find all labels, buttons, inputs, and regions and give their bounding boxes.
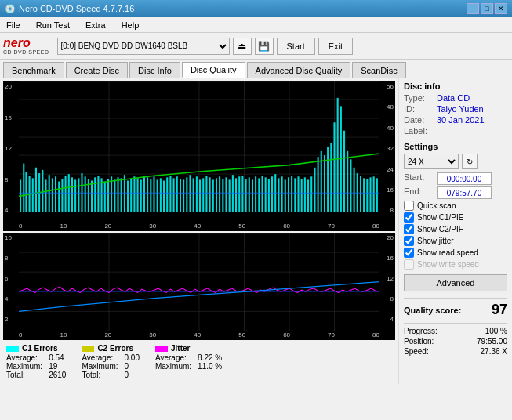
svg-rect-91 (265, 177, 267, 212)
svg-rect-59 (160, 178, 162, 212)
quality-score-section: Quality score: 97 (404, 298, 507, 318)
top-chart-x-axis: 01020304050607080 (19, 223, 379, 230)
tab-advanced-disc-quality[interactable]: Advanced Disc Quality (247, 62, 351, 78)
advanced-button[interactable]: Advanced (404, 274, 507, 291)
svg-rect-61 (166, 177, 168, 212)
eject-button[interactable]: ⏏ (233, 38, 252, 55)
show-write-speed-label: Show write speed (417, 260, 479, 269)
svg-rect-25 (49, 175, 50, 212)
start-button[interactable]: Start (277, 38, 315, 55)
speed-value: 27.36 X (481, 347, 507, 356)
svg-rect-124 (373, 176, 375, 212)
refresh-button[interactable]: ↻ (462, 154, 478, 169)
menu-file[interactable]: File (3, 19, 24, 31)
show-read-speed-row: Show read speed (404, 248, 507, 258)
svg-rect-53 (140, 179, 142, 212)
jitter-avg-label: Average: (155, 353, 191, 362)
quality-score-label: Quality score: (404, 306, 461, 315)
tab-disc-info[interactable]: Disc Info (129, 62, 180, 78)
svg-rect-43 (107, 179, 109, 212)
speed-select[interactable]: 24 X 8 X 16 X 32 X 40 X 48 X (404, 154, 459, 169)
c2-label: C2 Errors (97, 344, 133, 353)
show-write-speed-checkbox[interactable] (404, 259, 414, 270)
svg-rect-44 (111, 176, 112, 212)
svg-rect-112 (333, 122, 335, 212)
c2-stats: Average: 0.00 Maximum: 0 Total: 0 (82, 353, 140, 379)
close-button[interactable]: ✕ (495, 3, 507, 14)
svg-rect-29 (61, 179, 63, 212)
c1-avg-value: 0.54 (49, 353, 66, 362)
maximize-button[interactable]: □ (481, 3, 493, 14)
svg-rect-56 (150, 179, 151, 212)
progress-value: 100 % (485, 327, 507, 335)
svg-rect-118 (354, 168, 355, 212)
c2-total-label: Total: (82, 371, 118, 379)
svg-rect-103 (304, 177, 306, 212)
svg-rect-72 (202, 178, 204, 212)
svg-rect-93 (271, 176, 273, 212)
tab-scandisc[interactable]: ScanDisc (352, 62, 405, 78)
legend-jitter: Jitter Average: 8.22 % Maximum: 11.0 % (155, 344, 222, 379)
svg-rect-76 (216, 178, 217, 212)
device-select[interactable]: [0:0] BENQ DVD DD DW1640 BSLB (57, 38, 230, 55)
settings-section: Settings 24 X 8 X 16 X 32 X 40 X 48 X ↻ … (404, 142, 507, 291)
show-read-speed-checkbox[interactable] (404, 248, 414, 258)
tab-benchmark[interactable]: Benchmark (3, 62, 64, 78)
app-icon: 💿 (5, 4, 16, 14)
svg-rect-102 (301, 179, 303, 212)
disc-id-row: ID: Taiyo Yuden (404, 104, 507, 114)
c1-max-value: 19 (49, 362, 66, 371)
jitter-max-label: Maximum: (155, 362, 191, 371)
svg-rect-107 (318, 157, 319, 212)
menu-run-test[interactable]: Run Test (33, 19, 73, 31)
speed-label: Speed: (404, 347, 429, 356)
svg-rect-122 (366, 179, 368, 212)
svg-rect-111 (330, 143, 332, 212)
end-time-row: End: (404, 186, 507, 199)
svg-rect-95 (278, 178, 279, 212)
svg-rect-27 (55, 176, 56, 212)
progress-section: Progress: 100 % Position: 79:55.00 Speed… (404, 323, 507, 356)
svg-rect-69 (193, 178, 194, 212)
quick-scan-checkbox[interactable] (404, 201, 414, 211)
top-chart-svg (19, 81, 379, 212)
svg-rect-71 (199, 179, 201, 212)
settings-title: Settings (404, 142, 507, 151)
c1-stats: Average: 0.54 Maximum: 19 Total: 2610 (6, 353, 66, 379)
svg-rect-65 (180, 179, 181, 212)
show-write-speed-row: Show write speed (404, 259, 507, 270)
svg-rect-34 (78, 178, 79, 212)
menu-extra[interactable]: Extra (82, 19, 109, 31)
c2-max-label: Maximum: (82, 362, 118, 371)
svg-rect-104 (307, 179, 309, 212)
show-jitter-checkbox[interactable] (404, 236, 414, 246)
show-c2-checkbox[interactable] (404, 224, 414, 234)
svg-rect-46 (117, 177, 118, 212)
svg-rect-42 (104, 182, 106, 213)
svg-rect-74 (209, 177, 211, 212)
c2-total-value: 0 (125, 371, 140, 379)
svg-rect-49 (127, 180, 129, 212)
menu-help[interactable]: Help (118, 19, 143, 31)
jitter-label: Jitter (171, 344, 190, 353)
disc-label-row: Label: - (404, 126, 507, 136)
svg-rect-51 (133, 176, 135, 212)
show-c1-label: Show C1/PIE (417, 213, 463, 222)
start-time-input[interactable] (437, 172, 492, 185)
tab-create-disc[interactable]: Create Disc (66, 62, 128, 78)
svg-rect-116 (347, 151, 348, 212)
svg-rect-120 (360, 176, 361, 212)
svg-rect-73 (205, 176, 207, 212)
nero-logo: nero CD·DVD SPEED (3, 37, 49, 55)
exit-button[interactable]: Exit (318, 38, 353, 55)
svg-rect-90 (261, 176, 263, 212)
svg-rect-20 (32, 178, 34, 212)
minimize-button[interactable]: ─ (467, 3, 479, 14)
svg-rect-82 (235, 178, 237, 212)
end-time-input[interactable] (437, 186, 492, 199)
tab-disc-quality[interactable]: Disc Quality (182, 62, 245, 78)
show-c1-checkbox[interactable] (404, 212, 414, 223)
show-jitter-row: Show jitter (404, 236, 507, 246)
svg-rect-39 (94, 177, 96, 212)
save-button[interactable]: 💾 (255, 38, 274, 55)
